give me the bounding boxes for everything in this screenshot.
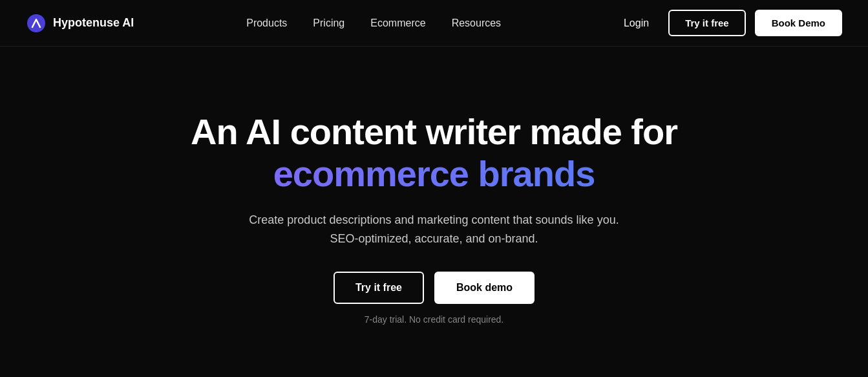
hero-section: An AI content writer made for ecommerce … [0, 47, 868, 377]
nav-pricing[interactable]: Pricing [313, 17, 344, 29]
hero-title: An AI content writer made for ecommerce … [191, 112, 677, 195]
hero-title-line1: An AI content writer made for [191, 111, 677, 152]
hero-subtitle-line2: SEO-optimized, accurate, and on-brand. [330, 232, 538, 245]
trial-text: 7-day trial. No credit card required. [365, 314, 504, 325]
hero-subtitle: Create product descriptions and marketin… [249, 211, 619, 248]
navbar: Hypotenuse AI Products Pricing Ecommerce… [0, 0, 868, 47]
svg-point-0 [27, 14, 45, 32]
nav-resources[interactable]: Resources [452, 17, 501, 29]
logo[interactable]: Hypotenuse AI [26, 13, 134, 34]
try-free-nav-button[interactable]: Try it free [668, 10, 746, 36]
nav-links: Products Pricing Ecommerce Resources [134, 17, 613, 29]
nav-actions: Login Try it free Book Demo [613, 10, 842, 36]
hero-subtitle-line1: Create product descriptions and marketin… [249, 213, 619, 226]
nav-products[interactable]: Products [246, 17, 287, 29]
nav-ecommerce[interactable]: Ecommerce [370, 17, 425, 29]
login-link[interactable]: Login [613, 12, 659, 34]
brand-name: Hypotenuse AI [53, 16, 134, 30]
logo-icon [26, 13, 47, 34]
book-demo-nav-button[interactable]: Book Demo [755, 10, 842, 36]
book-demo-hero-button[interactable]: Book demo [434, 272, 535, 304]
try-free-hero-button[interactable]: Try it free [333, 272, 424, 304]
hero-buttons: Try it free Book demo [333, 272, 535, 304]
hero-title-line2: ecommerce brands [273, 153, 595, 194]
